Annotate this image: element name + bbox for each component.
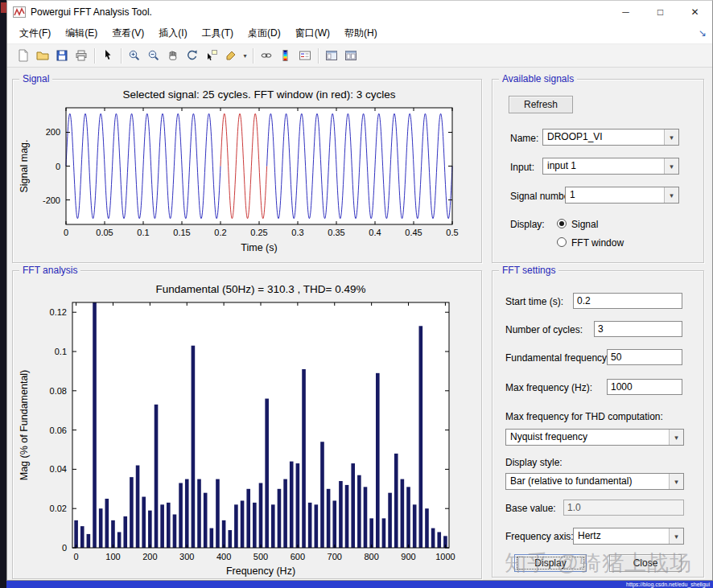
print-icon <box>75 49 88 62</box>
svg-text:400: 400 <box>216 552 231 561</box>
hide-plot-tools-button[interactable] <box>322 46 341 65</box>
svg-text:Selected signal: 25 cycles. FF: Selected signal: 25 cycles. FFT window (… <box>123 88 396 101</box>
menu-tools[interactable]: 工具(T) <box>195 23 241 43</box>
svg-text:0: 0 <box>62 543 67 553</box>
cycles-input[interactable] <box>594 321 682 337</box>
menu-file[interactable]: 文件(F) <box>12 23 58 43</box>
maximize-button[interactable]: □ <box>643 1 678 23</box>
input-select[interactable]: input 1 ▾ <box>542 158 679 175</box>
menu-help[interactable]: 帮助(H) <box>337 23 385 43</box>
toolbar-separator <box>318 48 319 64</box>
thd-max-freq-select[interactable]: Nyquist frequency ▾ <box>505 429 684 446</box>
svg-text:0.06: 0.06 <box>50 426 67 435</box>
fundamental-freq-input[interactable] <box>607 349 682 365</box>
pointer-icon <box>101 49 114 62</box>
svg-text:0.35: 0.35 <box>328 228 344 237</box>
fft-window-radio-label[interactable]: FFT window <box>571 237 624 249</box>
frequency-axis-select[interactable]: Hertz ▾ <box>573 528 684 545</box>
show-plot-tools-button[interactable] <box>341 46 361 65</box>
new-figure-button[interactable] <box>14 46 33 65</box>
svg-text:0.25: 0.25 <box>250 228 267 237</box>
menubar: 文件(F) 编辑(E) 查看(V) 插入(I) 工具(T) 桌面(D) 窗口(W… <box>7 23 712 44</box>
menu-window[interactable]: 窗口(W) <box>288 23 337 43</box>
fft-analysis-panel: FFT analysis 010020030040050060070080090… <box>12 270 482 579</box>
new-icon <box>17 49 30 62</box>
powergui-fft-window: Powergui FFT Analysis Tool. ─ □ ✕ 文件(F) … <box>6 0 713 581</box>
data-cursor-button[interactable] <box>202 46 221 65</box>
name-select[interactable]: DROOP1_VI ▾ <box>542 129 679 146</box>
rotate-3d-button[interactable] <box>183 46 202 65</box>
fft-display-button[interactable]: Display <box>514 554 587 572</box>
window-close-button[interactable]: ✕ <box>678 1 712 23</box>
name-label: Name: <box>510 133 538 144</box>
svg-text:Frequency (Hz): Frequency (Hz) <box>226 565 295 577</box>
refresh-button[interactable]: Refresh <box>509 96 573 113</box>
print-button[interactable] <box>72 46 91 65</box>
insert-legend-button[interactable] <box>295 46 315 65</box>
menu-desktop[interactable]: 桌面(D) <box>241 23 288 43</box>
svg-text:0.02: 0.02 <box>50 504 67 513</box>
available-signals-label: Available signals <box>499 73 577 84</box>
brush-dropdown-arrow[interactable]: ▾ <box>241 46 249 65</box>
toolbar-separator <box>94 48 95 64</box>
chevron-down-icon: ▾ <box>664 158 678 174</box>
chevron-down-icon: ▾ <box>669 528 683 544</box>
pan-hand-icon <box>167 49 179 62</box>
save-button[interactable] <box>52 46 72 65</box>
svg-text:0: 0 <box>74 552 79 561</box>
toolbar-separator <box>253 48 253 64</box>
display-style-select[interactable]: Bar (relative to fundamental) ▾ <box>505 473 684 490</box>
signal-number-select[interactable]: 1 ▾ <box>565 187 679 204</box>
input-label: Input: <box>510 162 534 173</box>
svg-text:200: 200 <box>46 127 60 137</box>
minimize-button[interactable]: ─ <box>608 1 643 23</box>
fft-close-button[interactable]: Close <box>609 554 682 572</box>
brush-button[interactable] <box>221 46 241 65</box>
zoom-in-button[interactable] <box>125 46 144 65</box>
base-value-input <box>563 500 684 516</box>
show-plot-tools-icon <box>344 49 357 62</box>
chevron-down-icon: ▾ <box>664 187 678 203</box>
signal-radio[interactable] <box>557 219 567 228</box>
window-title: Powergui FFT Analysis Tool. <box>31 6 152 18</box>
fft-settings-panel: FFT settings Start time (s): Number of c… <box>492 270 704 578</box>
svg-text:100: 100 <box>105 552 120 561</box>
svg-text:Fundamental (50Hz) = 310.3 , T: Fundamental (50Hz) = 310.3 , THD= 0.49% <box>156 283 366 295</box>
open-button[interactable] <box>33 46 52 65</box>
chevron-down-icon: ▾ <box>664 130 678 145</box>
svg-text:500: 500 <box>253 552 268 561</box>
footer-url: https://blog.csdn.net/edu_shellgui <box>626 582 710 587</box>
zoom-out-button[interactable] <box>144 46 163 65</box>
brush-icon <box>225 49 237 62</box>
window-controls: ─ □ ✕ <box>608 1 712 23</box>
titlebar[interactable]: Powergui FFT Analysis Tool. ─ □ ✕ <box>7 1 712 23</box>
link-plots-button[interactable] <box>257 46 276 65</box>
svg-text:0.2: 0.2 <box>214 228 226 237</box>
fft-chart: 0100200300400500600700800900100000.020.0… <box>14 273 480 578</box>
menu-edit[interactable]: 编辑(E) <box>58 23 105 43</box>
pointer-tool-button[interactable] <box>98 46 117 65</box>
input-select-value: input 1 <box>543 158 664 174</box>
rotate-3d-icon <box>186 49 199 62</box>
background-window-fragment <box>1 2 6 13</box>
base-value-label: Base value: <box>505 503 556 514</box>
zoom-out-icon <box>147 49 160 62</box>
pan-button[interactable] <box>163 46 183 65</box>
hide-plot-tools-icon <box>325 49 338 62</box>
insert-colorbar-button[interactable] <box>276 46 295 65</box>
frequency-axis-label: Frequency axis: <box>505 531 574 542</box>
menu-view[interactable]: 查看(V) <box>105 23 151 43</box>
menu-insert[interactable]: 插入(I) <box>151 23 194 43</box>
svg-text:Mag (% of Fundamental): Mag (% of Fundamental) <box>19 370 30 481</box>
dock-arrow-icon[interactable]: ↘ <box>699 27 707 39</box>
svg-text:0.05: 0.05 <box>96 228 113 237</box>
colorbar-icon <box>279 49 292 62</box>
fft-window-radio[interactable] <box>557 237 567 247</box>
start-time-input[interactable] <box>573 293 682 309</box>
svg-text:700: 700 <box>328 552 342 561</box>
signal-radio-label[interactable]: Signal <box>571 219 598 230</box>
start-time-label: Start time (s): <box>505 296 563 307</box>
data-cursor-icon <box>205 49 218 62</box>
max-freq-input[interactable] <box>607 379 682 395</box>
svg-text:1000: 1000 <box>435 552 455 561</box>
